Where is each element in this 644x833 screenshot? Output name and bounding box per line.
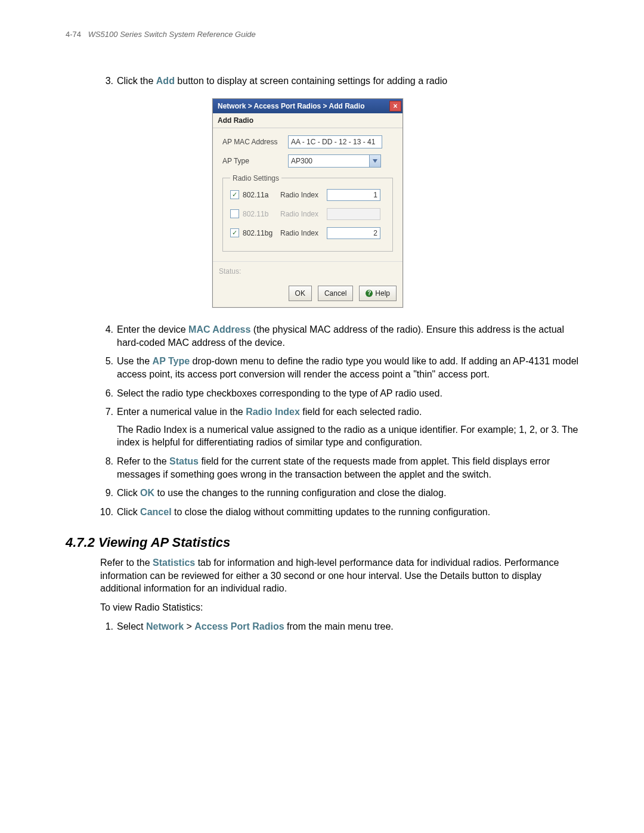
checkbox-80211a[interactable] — [230, 190, 239, 199]
section-para-1: Refer to the Statistics tab for informat… — [100, 556, 584, 595]
dialog-breadcrumb: Network > Access Port Radios > Add Radio — [218, 101, 365, 111]
radio-name-80211b: 802.11b — [243, 209, 268, 219]
help-button[interactable]: ? Help — [359, 286, 397, 301]
kw-ok: OK — [140, 488, 154, 498]
section-para-2: To view Radio Statistics: — [100, 601, 584, 614]
radio-index-label: Radio Index — [280, 228, 327, 238]
radio-name-80211a: 802.11a — [243, 190, 268, 200]
radio-index-80211a[interactable]: 1 — [327, 189, 380, 201]
radio-row-80211bg: 802.11bg Radio Index 2 — [230, 227, 385, 239]
kw-radio-index: Radio Index — [246, 407, 300, 417]
radio-settings-fieldset: Radio Settings 802.11a Radio Index 1 — [222, 174, 393, 252]
help-icon: ? — [366, 290, 373, 297]
step-7: 7. Enter a numerical value in the Radio … — [100, 405, 584, 449]
checkbox-80211b[interactable] — [230, 209, 239, 218]
radio-index-label: Radio Index — [280, 209, 327, 219]
dialog-subtitle: Add Radio — [213, 113, 402, 128]
step-7-extra: The Radio Index is a numerical value ass… — [117, 423, 584, 449]
ok-button[interactable]: OK — [289, 286, 312, 301]
kw-status: Status — [169, 456, 199, 466]
close-icon[interactable]: × — [389, 101, 401, 112]
kw-mac-address: MAC Address — [188, 324, 250, 335]
radio-index-80211b — [327, 208, 380, 220]
step-4: 4. Enter the device MAC Address (the phy… — [100, 323, 584, 349]
ap-type-dropdown[interactable]: AP300 — [288, 154, 381, 168]
svg-marker-0 — [373, 159, 377, 163]
cancel-button[interactable]: Cancel — [318, 286, 353, 301]
status-label: Status: — [213, 261, 402, 282]
kw-access-port-radios: Access Port Radios — [194, 621, 284, 631]
section-step-1: 1. Select Network > Access Port Radios f… — [100, 620, 584, 633]
step-5: 5. Use the AP Type drop-down menu to def… — [100, 355, 584, 380]
kw-network: Network — [146, 621, 184, 631]
radio-settings-legend: Radio Settings — [230, 174, 281, 183]
ap-type-value: AP300 — [289, 156, 369, 166]
ap-type-label: AP Type — [222, 156, 288, 166]
dialog-titlebar: Network > Access Port Radios > Add Radio… — [213, 99, 402, 113]
radio-row-80211a: 802.11a Radio Index 1 — [230, 189, 385, 201]
step-8: 8. Refer to the Status field for the cur… — [100, 455, 584, 481]
radio-name-80211bg: 802.11bg — [243, 228, 273, 238]
step-9: 9. Click OK to use the changes to the ru… — [100, 487, 584, 500]
chevron-down-icon[interactable] — [369, 155, 380, 167]
mac-address-label: AP MAC Address — [222, 137, 288, 147]
radio-index-label: Radio Index — [280, 190, 327, 200]
page-header: 4-74 WS5100 Series Switch System Referen… — [66, 30, 584, 39]
radio-row-80211b: 802.11b Radio Index — [230, 208, 385, 220]
section-title: 4.7.2 Viewing AP Statistics — [66, 535, 584, 550]
kw-statistics: Statistics — [153, 558, 195, 568]
kw-cancel: Cancel — [140, 507, 171, 517]
kw-ap-type: AP Type — [153, 356, 190, 366]
radio-index-80211bg[interactable]: 2 — [327, 227, 380, 239]
add-radio-dialog-screenshot: Network > Access Port Radios > Add Radio… — [212, 98, 403, 308]
doc-title: WS5100 Series Switch System Reference Gu… — [88, 30, 256, 39]
step-3: 3. Click the Add button to display at sc… — [100, 75, 584, 308]
checkbox-80211bg[interactable] — [230, 228, 239, 237]
step-6: 6. Select the radio type checkboxes corr… — [100, 387, 584, 400]
page-number: 4-74 — [66, 30, 81, 39]
mac-address-field[interactable]: AA - 1C - DD - 12 - 13 - 41 — [288, 135, 382, 148]
step-10: 10. Click Cancel to close the dialog wit… — [100, 506, 584, 519]
kw-add: Add — [156, 76, 175, 86]
